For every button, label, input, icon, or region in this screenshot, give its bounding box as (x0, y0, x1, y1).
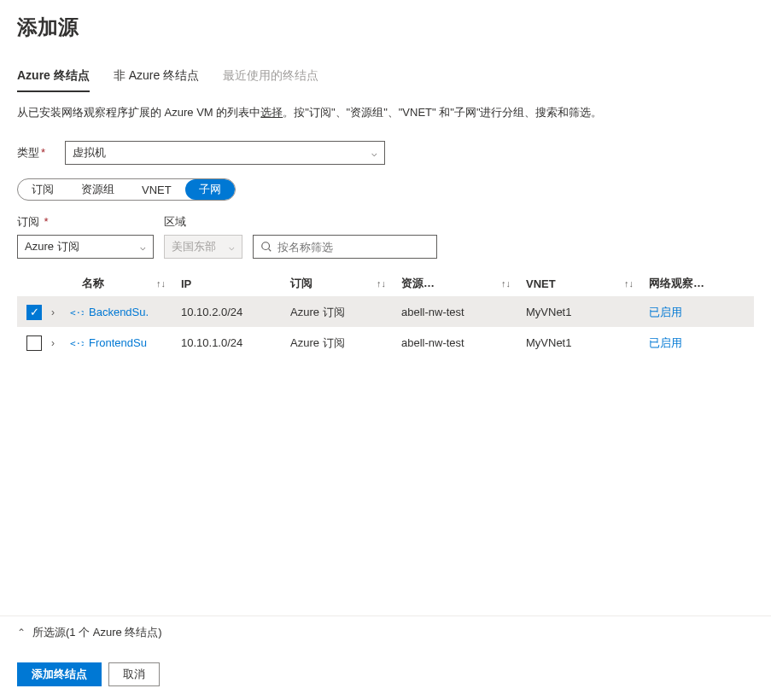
subscription-dropdown[interactable]: Azure 订阅 ⌵ (17, 235, 154, 259)
page-title: 添加源 (0, 0, 771, 48)
cancel-button[interactable]: 取消 (108, 662, 160, 686)
tab-azure-endpoint[interactable]: Azure 终结点 (17, 65, 90, 92)
pill-subscription[interactable]: 订阅 (18, 179, 67, 200)
description-prefix: 从已安装网络观察程序扩展的 Azure VM 的列表中 (17, 106, 260, 119)
pill-subnet[interactable]: 子网 (185, 179, 235, 200)
header-subscription[interactable]: 订阅↑↓ (290, 276, 401, 291)
selected-summary-text: 所选源(1 个 Azure 终结点) (32, 625, 162, 640)
pill-vnet[interactable]: VNET (128, 179, 185, 200)
table-row[interactable]: › <·> BackendSu. 10.10.2.0/24 Azure 订阅 a… (17, 296, 754, 327)
tab-recent-endpoint: 最近使用的终结点 (223, 65, 318, 92)
type-label: 类型* (17, 145, 55, 160)
row-nw-status-link[interactable]: 已启用 (649, 305, 682, 320)
sort-icon: ↑↓ (156, 278, 181, 289)
sort-icon: ↑↓ (377, 278, 401, 289)
search-input-wrap[interactable] (253, 235, 437, 259)
svg-text:<·>: <·> (70, 338, 84, 349)
row-nw-status-link[interactable]: 已启用 (649, 335, 682, 351)
row-resource-group: abell-nw-test (401, 306, 526, 318)
row-resource-group: abell-nw-test (401, 336, 526, 349)
header-resource-group[interactable]: 资源…↑↓ (401, 276, 526, 291)
tab-non-azure-endpoint[interactable]: 非 Azure 终结点 (114, 65, 199, 92)
row-ip: 10.10.1.0/24 (181, 336, 290, 349)
header-ip[interactable]: IP (181, 277, 290, 290)
table-row[interactable]: › <·> FrontendSu 10.10.1.0/24 Azure 订阅 a… (17, 327, 754, 358)
row-name-link[interactable]: FrontendSu (89, 336, 147, 349)
search-icon (260, 241, 272, 253)
row-vnet: MyVNet1 (526, 336, 649, 349)
svg-text:<·>: <·> (70, 307, 84, 318)
chevron-down-icon: ⌵ (229, 242, 235, 253)
grouping-pills: 订阅 资源组 VNET 子网 (17, 178, 236, 201)
sort-icon: ↑↓ (624, 278, 649, 289)
subnet-icon: <·> (70, 306, 84, 319)
header-name[interactable]: 名称↑↓ (51, 276, 181, 291)
row-checkbox[interactable] (26, 305, 42, 320)
expand-chevron-icon[interactable]: › (51, 306, 55, 318)
description-suffix: 。按"订阅"、"资源组"、"VNET" 和"子网"进行分组、搜索和筛选。 (283, 106, 602, 119)
search-input[interactable] (277, 241, 429, 254)
pill-resource-group[interactable]: 资源组 (67, 179, 128, 200)
chevron-up-icon: ⌃ (17, 627, 26, 639)
row-subscription: Azure 订阅 (290, 335, 401, 351)
row-subscription: Azure 订阅 (290, 305, 401, 320)
type-dropdown[interactable]: 虚拟机 ⌵ (65, 141, 385, 165)
selected-summary-bar[interactable]: ⌃ 所选源(1 个 Azure 终结点) (0, 615, 771, 649)
header-vnet[interactable]: VNET↑↓ (526, 277, 649, 290)
table-header-row: 名称↑↓ IP 订阅↑↓ 资源…↑↓ VNET↑↓ 网络观察… (17, 271, 754, 296)
chevron-down-icon: ⌵ (371, 148, 377, 159)
header-network-watcher[interactable]: 网络观察… (649, 276, 754, 291)
row-name-link[interactable]: BackendSu. (89, 306, 149, 318)
svg-point-0 (262, 242, 270, 250)
chevron-down-icon: ⌵ (140, 242, 146, 253)
region-dropdown: 美国东部 ⌵ (164, 235, 242, 259)
row-checkbox[interactable] (26, 335, 42, 351)
subnet-icon: <·> (70, 336, 84, 350)
region-filter-label: 区域 (164, 214, 242, 231)
row-vnet: MyVNet1 (526, 306, 649, 318)
description-select-word: 选择 (260, 106, 283, 119)
add-endpoint-button[interactable]: 添加终结点 (17, 662, 102, 686)
subscription-filter-label: 订阅 * (17, 214, 154, 231)
expand-chevron-icon[interactable]: › (51, 337, 55, 349)
type-value: 虚拟机 (73, 145, 106, 160)
svg-line-1 (269, 249, 272, 252)
tabs: Azure 终结点 非 Azure 终结点 最近使用的终结点 (0, 48, 771, 93)
row-ip: 10.10.2.0/24 (181, 306, 290, 318)
sort-icon: ↑↓ (501, 278, 526, 289)
description-text: 从已安装网络观察程序扩展的 Azure VM 的列表中选择。按"订阅"、"资源组… (0, 93, 771, 136)
